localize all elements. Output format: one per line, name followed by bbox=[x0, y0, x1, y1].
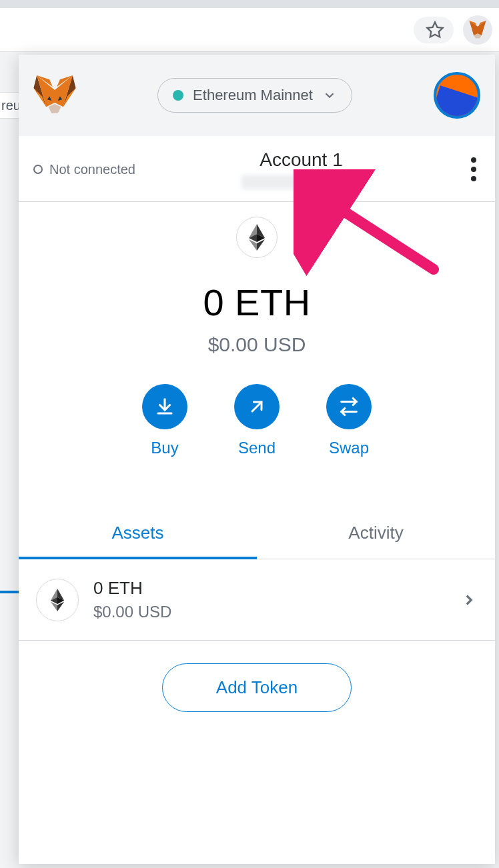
account-name: Account 1 bbox=[260, 149, 343, 171]
account-options-button[interactable] bbox=[467, 153, 480, 185]
ethereum-icon bbox=[248, 224, 266, 251]
account-info[interactable]: Account 1 bbox=[135, 149, 467, 189]
swap-icon bbox=[339, 397, 359, 417]
send-button[interactable]: Send bbox=[234, 384, 280, 457]
connection-status-label: Not connected bbox=[49, 162, 135, 177]
svg-marker-11 bbox=[37, 75, 73, 107]
page-background-accent bbox=[0, 591, 19, 593]
balance-amount: 0 ETH bbox=[203, 281, 310, 324]
account-address-redacted bbox=[241, 175, 342, 189]
connection-status-icon bbox=[33, 165, 43, 174]
network-selector[interactable]: Ethereum Mainnet bbox=[157, 78, 352, 113]
metamask-popup: Ethereum Mainnet Not connected Account 1 bbox=[19, 55, 495, 864]
account-row: Not connected Account 1 bbox=[19, 136, 495, 202]
buy-label: Buy bbox=[151, 439, 178, 457]
dot-icon bbox=[471, 157, 476, 163]
account-address-row[interactable] bbox=[241, 175, 360, 189]
dot-icon bbox=[471, 167, 476, 172]
buy-button[interactable]: Buy bbox=[142, 384, 187, 457]
download-icon bbox=[155, 397, 175, 417]
swap-label: Swap bbox=[329, 439, 369, 457]
ethereum-icon bbox=[50, 589, 65, 611]
balance-section: 0 ETH $0.00 USD Buy Send bbox=[19, 202, 495, 480]
star-icon bbox=[426, 21, 444, 39]
network-status-dot bbox=[173, 90, 183, 101]
svg-line-25 bbox=[252, 402, 262, 411]
swap-button[interactable]: Swap bbox=[326, 384, 372, 457]
account-avatar[interactable] bbox=[434, 72, 480, 119]
popup-header: Ethereum Mainnet bbox=[19, 55, 495, 136]
primary-token-badge bbox=[236, 217, 278, 258]
chevron-right-icon bbox=[460, 591, 478, 609]
send-label: Send bbox=[238, 439, 276, 457]
tabs: Assets Activity bbox=[19, 509, 495, 559]
network-name: Ethereum Mainnet bbox=[193, 87, 313, 104]
svg-marker-0 bbox=[427, 22, 442, 37]
page-background-fragment: reu bbox=[0, 92, 19, 119]
browser-toolbar bbox=[0, 8, 499, 52]
fox-icon bbox=[468, 21, 488, 39]
wallet-actions: Buy Send Swap bbox=[142, 384, 372, 457]
arrow-up-right-icon bbox=[247, 397, 266, 416]
balance-fiat: $0.00 USD bbox=[208, 333, 306, 356]
connection-status[interactable]: Not connected bbox=[33, 162, 135, 177]
asset-token-badge bbox=[36, 579, 79, 621]
metamask-logo[interactable] bbox=[33, 75, 76, 115]
asset-row[interactable]: 0 ETH $0.00 USD bbox=[19, 559, 495, 641]
chevron-down-icon bbox=[322, 88, 337, 103]
add-token-section: Add Token bbox=[19, 641, 495, 719]
svg-marker-4 bbox=[469, 21, 486, 35]
svg-marker-12 bbox=[49, 104, 61, 113]
asset-amount: 0 ETH bbox=[93, 578, 446, 599]
add-token-button[interactable]: Add Token bbox=[162, 663, 352, 712]
tab-assets[interactable]: Assets bbox=[19, 509, 257, 559]
dot-icon bbox=[471, 176, 476, 181]
extension-button[interactable] bbox=[463, 15, 492, 45]
fox-icon bbox=[33, 75, 76, 115]
asset-fiat: $0.00 USD bbox=[93, 603, 446, 621]
tab-activity[interactable]: Activity bbox=[257, 509, 495, 559]
copy-icon bbox=[347, 175, 360, 189]
browser-tab-strip bbox=[0, 0, 499, 8]
bookmark-chip[interactable] bbox=[414, 17, 454, 43]
